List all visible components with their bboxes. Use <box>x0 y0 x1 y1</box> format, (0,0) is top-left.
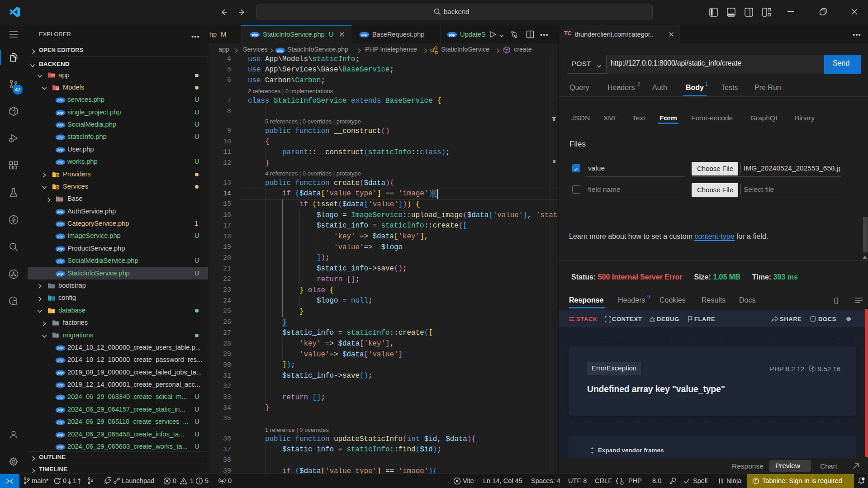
svg-text:php: php <box>57 111 64 115</box>
svg-text:php: php <box>361 33 368 37</box>
svg-text:php: php <box>57 247 64 251</box>
svg-text:php: php <box>251 33 258 37</box>
svg-text:php: php <box>57 396 64 399</box>
svg-text:php: php <box>57 421 64 424</box>
svg-text:php: php <box>277 49 284 52</box>
svg-text:php: php <box>57 136 64 139</box>
svg-text:php: php <box>57 272 64 276</box>
svg-text:php: php <box>57 123 64 127</box>
svg-text:php: php <box>449 33 455 37</box>
svg-text:php: php <box>57 371 64 375</box>
svg-text:php: php <box>57 445 64 449</box>
svg-text:php: php <box>57 210 64 214</box>
svg-text:php: php <box>57 384 64 387</box>
svg-text:php: php <box>57 161 64 164</box>
svg-text:php: php <box>57 260 64 263</box>
svg-text:php: php <box>57 346 64 350</box>
svg-text:php: php <box>57 408 64 412</box>
svg-text:php: php <box>57 433 64 437</box>
svg-text:php: php <box>57 148 64 152</box>
svg-text:php: php <box>57 223 64 226</box>
svg-text:php: php <box>57 235 64 238</box>
svg-text:php: php <box>57 359 64 362</box>
svg-text:php: php <box>57 99 64 102</box>
